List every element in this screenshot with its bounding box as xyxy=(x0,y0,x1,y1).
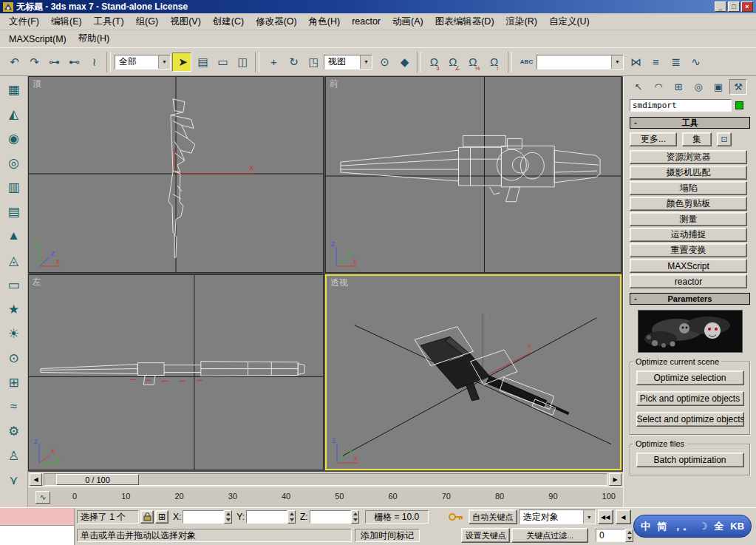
select-and-optimize-button[interactable]: Select and optimize objects xyxy=(636,412,744,427)
ime-mode[interactable]: 简 xyxy=(657,520,667,533)
utility-button[interactable]: 重置变换 xyxy=(630,243,747,257)
select-and-link-icon[interactable]: ⊶ xyxy=(44,53,63,72)
redo-icon[interactable]: ↷ xyxy=(24,53,43,72)
bind-to-space-warp-icon[interactable]: ≀ xyxy=(84,53,103,72)
y-input[interactable] xyxy=(246,510,287,524)
select-by-name-icon[interactable]: ▤ xyxy=(192,53,211,72)
pyramid-icon[interactable]: ▲ xyxy=(4,226,24,246)
pick-and-optimize-button[interactable]: Pick and optimize objects xyxy=(636,391,744,406)
menu-item[interactable]: 图表编辑器(D) xyxy=(429,14,500,30)
modify-tab-icon[interactable]: ◠ xyxy=(650,79,667,95)
more-button[interactable]: 更多... xyxy=(630,132,677,146)
percent-snap-icon[interactable]: Ω% xyxy=(465,53,484,72)
x-spinner[interactable] xyxy=(224,510,232,524)
tube-icon[interactable]: ▤ xyxy=(4,202,24,221)
viewport-left[interactable]: 左 z y x xyxy=(28,274,324,470)
select-and-scale-icon[interactable]: ◳ xyxy=(303,53,322,72)
create-tab-icon[interactable]: ↖ xyxy=(630,79,647,95)
ime-keyboard[interactable]: KB xyxy=(730,521,744,532)
track-bar[interactable]: ∿ 0102030405060708090100 xyxy=(28,487,623,507)
viewport-label[interactable]: 透视 xyxy=(330,277,348,289)
select-and-manipulate-icon[interactable]: ◆ xyxy=(394,53,413,72)
timeline-left-arrow-button[interactable]: ◀ xyxy=(30,473,42,486)
cameras-icon[interactable]: ⊙ xyxy=(4,348,24,368)
utility-name-field[interactable]: smdimport xyxy=(630,99,732,112)
key-filter-dropdown[interactable]: 选定对象 ▼ xyxy=(519,510,596,524)
helpers-icon[interactable]: ⊞ xyxy=(4,373,24,392)
menu-item[interactable]: 渲染(R) xyxy=(500,14,543,30)
absolute-mode-button[interactable]: ⊞ xyxy=(155,510,168,524)
listener-macro-row[interactable] xyxy=(0,508,74,526)
layer-manager-icon[interactable]: ≣ xyxy=(665,53,684,72)
rectangular-selection-region-icon[interactable]: ▭ xyxy=(212,53,231,72)
lights-icon[interactable]: ☀ xyxy=(4,324,24,343)
selection-filter-dropdown[interactable]: 全部 ▼ xyxy=(115,55,171,70)
close-button[interactable]: × xyxy=(741,1,753,12)
utility-button[interactable]: 运动捕捉 xyxy=(630,228,747,242)
systems-icon[interactable]: ⚙ xyxy=(4,422,24,441)
space-warp-icon[interactable]: ≈ xyxy=(4,397,24,416)
timeline-right-arrow-button[interactable]: ▶ xyxy=(609,473,622,486)
viewport-label[interactable]: 顶 xyxy=(33,78,41,90)
utility-button[interactable]: reactor xyxy=(630,274,747,288)
menu-item[interactable]: 角色(H) xyxy=(303,14,346,30)
current-frame-field[interactable]: 0 xyxy=(596,529,625,542)
set-key-button[interactable]: 设置关键点 xyxy=(461,528,510,543)
utility-button[interactable]: 塌陷 xyxy=(630,181,747,195)
teapot-icon[interactable]: ◬ xyxy=(4,251,24,270)
maxscript-mini-listener[interactable] xyxy=(0,508,75,545)
menu-item[interactable]: reactor xyxy=(346,15,386,28)
shapes-icon[interactable]: ★ xyxy=(4,299,24,319)
ime-language[interactable]: 中 xyxy=(641,520,650,533)
menu-item[interactable]: 文件(F) xyxy=(3,14,45,30)
frame-spinner[interactable] xyxy=(625,529,633,542)
bones-icon[interactable]: ⋎ xyxy=(4,470,24,490)
sets-button[interactable]: 集 xyxy=(682,132,712,146)
menu-item[interactable]: 视图(V) xyxy=(164,14,207,30)
ime-moon-icon[interactable]: ☽ xyxy=(699,521,708,532)
key-filters-button[interactable]: 关键点过滤... xyxy=(511,528,588,543)
y-spinner[interactable] xyxy=(287,510,296,524)
batch-optimization-button[interactable]: Batch optimization xyxy=(636,453,744,467)
cone-icon[interactable]: ◭ xyxy=(4,104,24,123)
mirror-icon[interactable]: ⋈ xyxy=(625,53,644,72)
biped-icon[interactable]: ♙ xyxy=(4,446,24,465)
ime-full-half[interactable]: 全 xyxy=(714,520,723,533)
minimize-button[interactable]: _ xyxy=(715,1,726,12)
utility-button[interactable]: 颜色剪贴板 xyxy=(630,197,747,211)
z-input[interactable] xyxy=(310,510,351,524)
curve-editor-icon[interactable]: ∿ xyxy=(685,53,704,72)
viewport-perspective[interactable]: z x y xyxy=(325,274,622,470)
named-selection-sets-dropdown[interactable]: ▼ xyxy=(537,55,624,70)
open-mini-curve-editor-button[interactable]: ∿ xyxy=(35,491,50,504)
utility-button[interactable]: MAXScript xyxy=(630,259,747,273)
spinner-snap-icon[interactable]: Ω↕ xyxy=(485,53,504,72)
add-time-tag-button[interactable]: 添加时间标记 xyxy=(355,529,420,542)
time-slider-track[interactable]: 0 / 100 xyxy=(44,473,607,486)
utilities-window-button[interactable]: ⊡ xyxy=(717,132,732,146)
restore-button[interactable]: □ xyxy=(728,1,740,12)
menu-item[interactable]: 修改器(O) xyxy=(250,14,303,30)
viewport-label[interactable]: 前 xyxy=(330,78,338,90)
named-selection-sets-icon[interactable]: ABC xyxy=(516,53,535,72)
display-tab-icon[interactable]: ▣ xyxy=(709,79,727,95)
tools-rollout-header[interactable]: - 工具 xyxy=(630,117,750,129)
select-and-move-icon[interactable]: + xyxy=(263,53,282,72)
set-keys-button[interactable] xyxy=(448,512,464,522)
box-icon[interactable]: ▦ xyxy=(4,80,24,99)
align-icon[interactable]: ≡ xyxy=(645,53,664,72)
sphere-icon[interactable]: ◉ xyxy=(4,129,24,148)
utility-button[interactable]: 摄影机匹配 xyxy=(630,166,747,180)
cylinder-icon[interactable]: ▥ xyxy=(4,177,24,197)
viewport-front[interactable]: 前 z x y xyxy=(325,76,622,273)
select-and-rotate-icon[interactable]: ↻ xyxy=(283,53,302,72)
undo-icon[interactable]: ↶ xyxy=(4,53,23,72)
menu-item[interactable]: 帮助(H) xyxy=(72,31,115,47)
utility-button[interactable]: 资源浏览器 xyxy=(630,150,747,164)
menu-item[interactable]: 动画(A) xyxy=(386,14,429,30)
x-input[interactable] xyxy=(183,510,224,524)
title-bar[interactable]: 无标题 - 3ds max 7 - Stand-alone License _ … xyxy=(0,0,756,13)
menu-item[interactable]: 创建(C) xyxy=(207,14,250,30)
time-slider-handle[interactable]: 0 / 100 xyxy=(56,474,139,485)
use-pivot-point-icon[interactable]: ⊙ xyxy=(374,53,393,72)
